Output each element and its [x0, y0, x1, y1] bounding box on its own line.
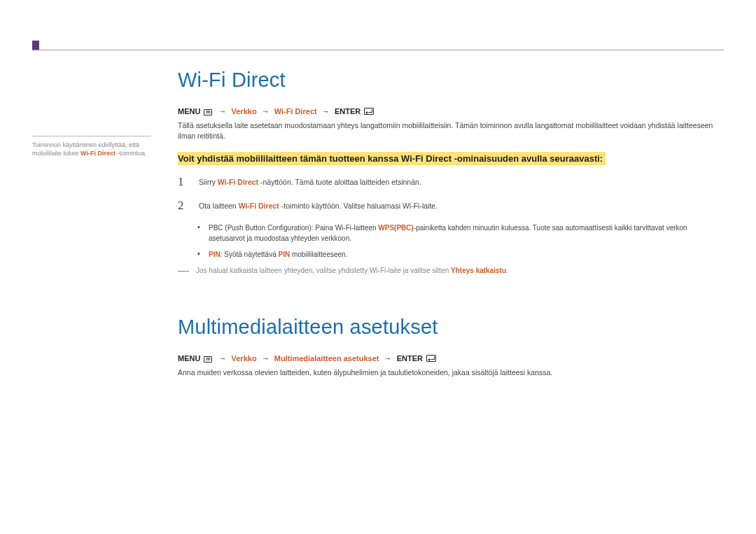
- bullet-pin: • PIN: Syötä näytettävä PIN mobiililaitt…: [197, 249, 724, 260]
- note-body: Jos haluat katkaista laitteen yhteyden, …: [196, 265, 508, 276]
- step-body: Siirry Wi-Fi Direct -näyttöön. Tämä tuot…: [199, 175, 421, 189]
- section2-desc: Anna muiden verkossa olevien laitteiden,…: [178, 367, 724, 379]
- section1-highlight: Voit yhdistää mobiililaitteen tämän tuot…: [178, 152, 606, 165]
- page-accent-bar: [32, 41, 39, 50]
- note-dash-icon: ―: [178, 265, 189, 276]
- step-number: 2: [178, 199, 188, 213]
- breadcrumb-item-wifi-direct: Wi-Fi Direct: [274, 107, 317, 115]
- sidebar-rule: [32, 136, 151, 136]
- step2-pre: Ota laitteen: [199, 202, 239, 210]
- bullet1-pre: PBC (Push Button Configuration): Paina W…: [209, 224, 378, 232]
- bullet-body: PIN: Syötä näytettävä PIN mobiililaittee…: [209, 249, 347, 260]
- step1-pre: Siirry: [199, 178, 218, 186]
- section1-title: Wi-Fi Direct: [178, 69, 724, 92]
- section1-desc: Tällä asetuksella laite asetetaan muodos…: [178, 120, 724, 143]
- sidebar-text-post: -toimintoa.: [115, 150, 147, 157]
- menu-icon: m: [204, 356, 212, 363]
- bullet1-hl: WPS(PBC): [378, 224, 414, 232]
- bullet2-hl2: PIN: [279, 251, 290, 258]
- menu-icon: m: [204, 109, 212, 115]
- section1-breadcrumb: MENU m → Verkko → Wi-Fi Direct → ENTER: [178, 107, 724, 116]
- breadcrumb-arrow: →: [262, 107, 270, 115]
- bullet-list: • PBC (Push Button Configuration): Paina…: [197, 223, 724, 260]
- bullet-dot: •: [197, 223, 202, 244]
- breadcrumb-menu-label: MENU: [178, 107, 200, 115]
- sidebar-note: Toiminnon käyttäminen edellyttää, että m…: [32, 136, 151, 157]
- bullet2-mid: : Syötä näytettävä: [220, 251, 279, 258]
- note-hl: Yhteys katkaistu: [451, 267, 506, 274]
- breadcrumb-enter-label: ENTER: [397, 354, 423, 363]
- note-pre: Jos haluat katkaista laitteen yhteyden, …: [196, 267, 451, 274]
- bullet-dot: •: [197, 249, 202, 260]
- bullet2-hl1: PIN: [209, 251, 220, 258]
- enter-icon: [426, 355, 436, 362]
- step-2: 2 Ota laitteen Wi-Fi Direct -toiminto kä…: [178, 199, 724, 213]
- breadcrumb-arrow: →: [218, 107, 226, 115]
- section2-title: Multimedialaitteen asetukset: [178, 316, 724, 339]
- step2-post: -toiminto käyttöön. Valitse haluamasi Wi…: [279, 202, 438, 210]
- note-post: .: [506, 267, 508, 274]
- step1-post: -näyttöön. Tämä tuote aloittaa laitteide…: [258, 178, 421, 186]
- step-number: 1: [178, 175, 188, 189]
- breadcrumb-arrow: →: [218, 354, 226, 363]
- note: ― Jos haluat katkaista laitteen yhteyden…: [178, 265, 724, 276]
- bullet2-post: mobiililaitteeseen.: [290, 251, 347, 258]
- step2-hl: Wi-Fi Direct: [239, 202, 279, 210]
- breadcrumb-menu-label: MENU: [178, 354, 200, 363]
- sidebar-text: Toiminnon käyttäminen edellyttää, että m…: [32, 141, 151, 157]
- breadcrumb-arrow: →: [322, 107, 330, 115]
- breadcrumb-arrow: →: [384, 354, 392, 363]
- breadcrumb-item-verkko: Verkko: [232, 107, 257, 115]
- breadcrumb-item-multimedia: Multimedialaitteen asetukset: [274, 354, 379, 363]
- breadcrumb-enter-label: ENTER: [335, 107, 360, 115]
- breadcrumb-item-verkko: Verkko: [232, 354, 257, 363]
- sidebar-text-hl: Wi-Fi Direct: [80, 150, 115, 157]
- breadcrumb-arrow: →: [262, 354, 270, 363]
- section2-breadcrumb: MENU m → Verkko → Multimedialaitteen ase…: [178, 354, 724, 363]
- step-1: 1 Siirry Wi-Fi Direct -näyttöön. Tämä tu…: [178, 175, 724, 189]
- page-top-rule: [32, 50, 724, 50]
- bullet-pbc: • PBC (Push Button Configuration): Paina…: [197, 223, 724, 244]
- enter-icon: [364, 108, 374, 115]
- step1-hl: Wi-Fi Direct: [218, 178, 258, 186]
- bullet-body: PBC (Push Button Configuration): Paina W…: [209, 223, 724, 244]
- step-body: Ota laitteen Wi-Fi Direct -toiminto käyt…: [199, 199, 438, 213]
